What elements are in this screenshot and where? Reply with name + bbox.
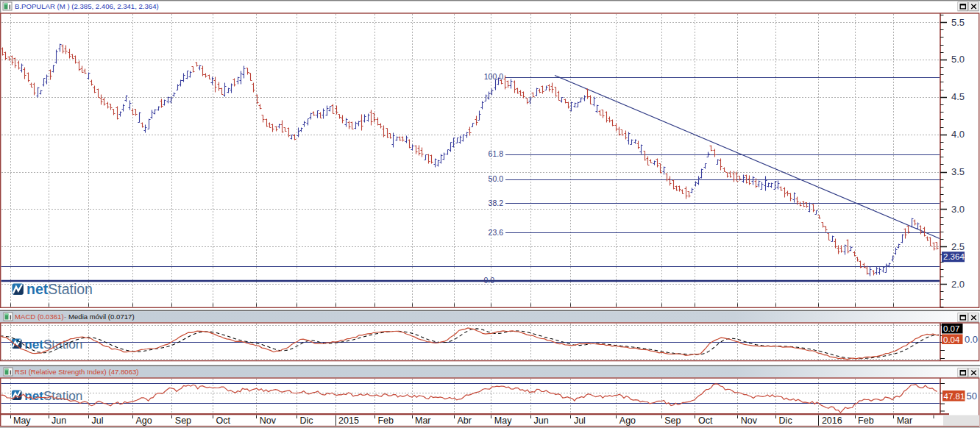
svg-text:Nov: Nov [260,415,277,426]
svg-text:Sep: Sep [664,415,681,426]
svg-text:Dic: Dic [300,415,313,426]
svg-text:Oct: Oct [216,415,231,426]
svg-text:Jun: Jun [52,415,66,426]
svg-text:Abr: Abr [458,415,472,426]
svg-text:May: May [494,415,512,426]
svg-text:Mar: Mar [897,415,913,426]
svg-text:0.0: 0.0 [483,276,494,285]
svg-text:Feb: Feb [377,415,394,426]
svg-text:0.07: 0.07 [943,324,959,333]
svg-text:Media móvil (0.0717): Media móvil (0.0717) [68,313,135,321]
svg-text:Jul: Jul [92,415,104,426]
svg-text:Nov: Nov [741,415,758,426]
svg-text:Dic: Dic [779,415,792,426]
svg-text:0.04: 0.04 [943,335,960,344]
svg-text:3.0: 3.0 [951,204,965,215]
svg-text:MACD (0.0361): MACD (0.0361) [15,313,64,321]
svg-text:100.0: 100.0 [484,72,503,81]
svg-text:2.364: 2.364 [943,252,965,261]
svg-text:RSI (Relative Strength Index): RSI (Relative Strength Index) (47.8063) [15,368,139,376]
svg-text:2.0: 2.0 [951,279,965,290]
svg-text:61.8: 61.8 [489,149,504,158]
svg-text:2015: 2015 [338,415,359,426]
svg-text:Feb: Feb [858,415,874,426]
svg-text:May: May [13,415,31,426]
svg-text:-: - [64,313,66,321]
svg-text:5.5: 5.5 [951,17,965,28]
svg-text:2.5: 2.5 [951,241,965,252]
svg-text:4.5: 4.5 [951,91,965,102]
svg-text:23.6: 23.6 [489,228,504,237]
svg-text:Jul: Jul [574,415,586,426]
svg-text:2016: 2016 [822,415,842,426]
svg-text:0.0: 0.0 [965,334,978,345]
svg-text:50.0: 50.0 [489,174,504,183]
svg-text:Ago: Ago [619,415,636,426]
svg-text:4.0: 4.0 [951,129,965,140]
svg-text:3.5: 3.5 [951,166,965,177]
svg-text:50: 50 [967,390,977,402]
svg-text:Sep: Sep [175,415,191,426]
svg-text:38.2: 38.2 [489,199,504,207]
svg-text:B.POPULAR (M ) (2.385, 2.406,: B.POPULAR (M ) (2.385, 2.406, 2.341, 2.3… [15,2,159,10]
svg-text:Oct: Oct [698,415,713,426]
svg-text:Jun: Jun [534,415,549,426]
svg-text:Mar: Mar [415,415,431,426]
svg-text:47.81: 47.81 [944,392,965,401]
svg-text:Ago: Ago [136,415,152,426]
svg-text:netStation: netStation [26,281,93,297]
svg-text:5.0: 5.0 [951,54,965,65]
